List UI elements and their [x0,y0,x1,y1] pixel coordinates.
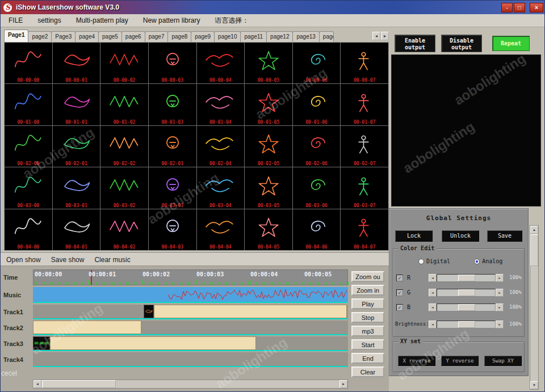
tab-page9[interactable]: page9 [191,31,215,42]
save-button[interactable]: Save [487,230,522,242]
slider-thumb[interactable] [458,304,476,311]
track2-lane[interactable] [33,321,348,335]
close-button[interactable]: × [530,3,543,12]
track1-clip-thumbnail[interactable] [144,305,154,318]
slider-thumb[interactable] [458,275,476,281]
slider-right-arrow-icon[interactable]: ► [496,304,504,311]
pattern-cell-00-04-02[interactable]: 00-04-02 [100,209,148,250]
pattern-cell-00-04-06[interactable]: 00-04-06 [293,209,341,250]
vertical-scrollbar-thumb[interactable] [530,234,538,266]
music-track[interactable] [33,287,348,303]
tab-page7[interactable]: page7 [145,31,169,42]
timeline-menu-save-show[interactable]: Save show [51,256,85,264]
pattern-cell-00-03-03[interactable]: 00-03-03 [149,167,196,208]
digital-radio[interactable]: Digital [418,258,450,264]
pattern-cell-00-02-01[interactable]: 00-02-01 [53,126,100,167]
tab-page10[interactable]: page10 [214,31,241,42]
pattern-cell-00-01-04[interactable]: 00-01-04 [197,84,245,125]
xy-button-swap-xy[interactable]: Swap XY [484,356,522,366]
track3-lane[interactable]: 00:00:00 [33,336,348,351]
pattern-cell-00-04-01[interactable]: 00-04-01 [53,209,100,250]
brightness-slider[interactable]: ◄► [429,321,504,328]
maximize-button[interactable]: □ [514,3,525,12]
tab-page1[interactable]: Page1 [4,29,28,42]
tab-page3[interactable]: Page3 [51,31,76,42]
menu-item-settings[interactable]: settings [37,16,61,24]
pattern-cell-00-01-07[interactable]: 00-01-07 [341,84,388,125]
title-bar[interactable]: S iShow Lasershow software V3.0 - □ × [1,1,545,14]
scroll-right-icon[interactable]: ► [339,380,347,388]
analog-radio[interactable]: Analog [474,258,502,264]
channel-checkbox-b[interactable]: ✓ [396,304,403,311]
time-ruler[interactable]: 00:00:0000:00:0100:00:0200:00:0300:00:04… [33,269,348,285]
menu-item-new-pattern-library[interactable]: New pattern library [143,16,200,24]
timeline-button-zoom-ou[interactable]: Zoom ou [351,271,384,282]
pattern-cell-00-02-07[interactable]: 00-02-07 [341,126,388,167]
slider-left-arrow-icon[interactable]: ◄ [429,274,437,282]
timeline-menu-open-show[interactable]: Open show [6,256,41,264]
horizontal-scrollbar-thumb[interactable] [42,380,116,388]
pattern-cell-00-00-02[interactable]: 00-00-02 [100,43,148,83]
minimize-button[interactable]: - [501,3,513,12]
timeline-horizontal-scrollbar[interactable]: ◄ ► [33,380,348,389]
timeline-button-mp3[interactable]: mp3 [351,326,384,336]
pattern-cell-00-04-00[interactable]: 00-04-00 [5,209,52,250]
pattern-cell-00-01-03[interactable]: 00-01-03 [149,84,196,125]
tab-scroll-left-icon[interactable]: ◂ [372,32,380,40]
xy-button-x-reverse[interactable]: X reverse [398,356,435,366]
enable-output-button[interactable]: Enable output [395,35,435,52]
pattern-cell-00-03-06[interactable]: 00-03-06 [293,167,341,208]
scroll-up-icon[interactable]: ▲ [530,226,538,234]
timeline-button-play[interactable]: Play [351,298,384,309]
pattern-cell-00-00-07[interactable]: 00-00-07 [341,43,388,83]
pattern-cell-00-02-04[interactable]: 00-02-04 [197,126,245,167]
pattern-cell-00-02-06[interactable]: 00-02-06 [293,126,341,167]
menu-item-file[interactable]: FILE [9,16,23,24]
pattern-cell-00-02-02[interactable]: 00-02-02 [100,126,148,167]
slider-right-arrow-icon[interactable]: ► [496,274,504,282]
scroll-down-icon[interactable]: ▼ [530,381,538,389]
pattern-cell-00-04-04[interactable]: 00-04-04 [197,209,245,250]
xy-button-y-reverse[interactable]: Y reverse [441,356,479,366]
tab-page5[interactable]: page5 [98,31,122,42]
pattern-cell-00-00-01[interactable]: 00-00-01 [53,43,100,83]
pattern-cell-00-00-04[interactable]: 00-00-04 [197,43,245,83]
slider-track[interactable] [437,289,496,297]
pattern-cell-00-03-01[interactable]: 00-03-01 [53,167,100,208]
tab-scroll-right-icon[interactable]: ▸ [381,32,389,40]
tab-page13[interactable]: page13 [292,31,319,42]
pattern-cell-00-04-03[interactable]: 00-04-03 [149,209,196,250]
unlock-button[interactable]: Unlock [442,230,479,242]
pattern-cell-00-01-02[interactable]: 00-01-02 [100,84,148,125]
timeline-menu-clear-music[interactable]: Clear music [94,256,130,264]
pattern-cell-00-00-06[interactable]: 00-00-06 [293,43,341,83]
channel-slider-r[interactable]: ◄► [429,274,504,282]
slider-left-arrow-icon[interactable]: ◄ [429,289,437,297]
channel-checkbox-g[interactable]: ✓ [396,289,403,296]
track3-clip[interactable] [50,336,256,350]
pattern-cell-00-02-00[interactable]: 00-02-00 [5,126,52,167]
pattern-cell-00-02-03[interactable]: 00-02-03 [149,126,196,167]
tab-page2[interactable]: page2 [28,31,52,42]
slider-track[interactable] [437,321,496,328]
tab-page12[interactable]: page12 [266,31,293,42]
timeline-button-end[interactable]: End [351,353,384,364]
pattern-cell-00-03-04[interactable]: 00-03-04 [197,167,245,208]
pattern-cell-00-03-00[interactable]: 00-03-00 [5,167,52,208]
channel-slider-b[interactable]: ◄► [429,304,504,311]
tab-page6[interactable]: page6 [121,31,145,42]
channel-checkbox-r[interactable]: ✓ [396,275,403,281]
track1-clip[interactable] [154,305,347,318]
slider-right-arrow-icon[interactable]: ► [496,321,504,328]
tab-page11[interactable]: page11 [240,31,267,42]
track4-lane[interactable] [33,352,348,367]
slider-thumb[interactable] [458,321,476,328]
lock-button[interactable]: Lock [395,230,433,242]
pattern-cell-00-04-05[interactable]: 00-04-05 [245,209,292,250]
repeat-button[interactable]: Repeat [492,36,530,51]
pattern-cell-00-00-00[interactable]: 00-00-00 [5,43,52,83]
pattern-cell-00-01-01[interactable]: 00-01-01 [53,84,100,125]
pattern-cell-00-04-07[interactable]: 00-04-07 [341,209,388,250]
track3-clip-timer[interactable]: 00:00:00 [33,336,50,350]
pattern-cell-00-03-02[interactable]: 00-03-02 [100,167,148,208]
